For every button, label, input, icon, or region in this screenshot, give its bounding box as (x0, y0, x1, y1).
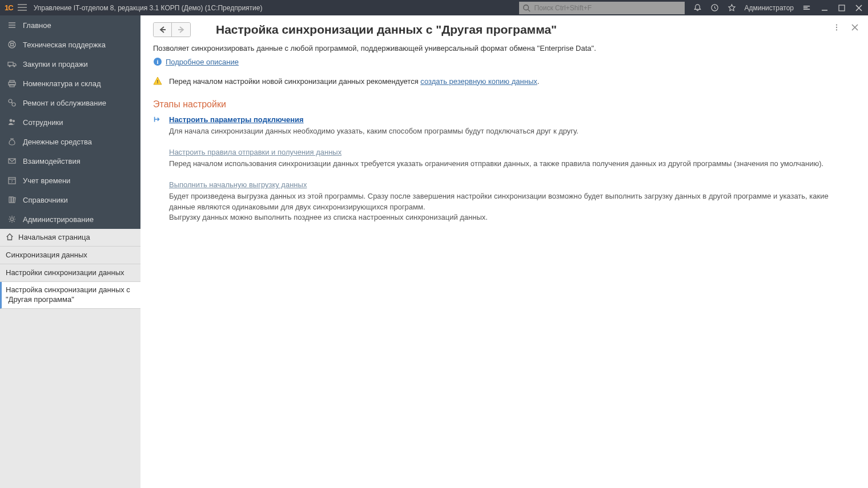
svg-text:!: ! (157, 79, 159, 84)
moneybag-icon (7, 136, 17, 147)
nav-employees[interactable]: Сотрудники (0, 112, 140, 132)
nav-label: Техническая поддержка (23, 41, 106, 49)
svg-point-27 (836, 29, 837, 30)
users-icon (7, 117, 17, 127)
warning-text: Перед началом настройки новой синхрониза… (169, 77, 539, 86)
nav-inventory[interactable]: Номенклатура и склад (0, 74, 140, 93)
step1-desc: Для начала синхронизации данных необходи… (169, 126, 855, 136)
search-input-wrapper[interactable] (519, 2, 685, 14)
info-icon: i (153, 57, 162, 66)
nav-admin[interactable]: Администрирование (0, 209, 140, 229)
nav-label: Справочники (23, 196, 68, 204)
nav-support[interactable]: Техническая поддержка (0, 35, 140, 54)
subnav-label: Настройка синхронизации данных с "Другая… (6, 285, 135, 305)
step1-link[interactable]: Настроить параметры подключения (169, 115, 304, 124)
warning-icon: ! (153, 76, 162, 86)
history-icon[interactable] (710, 3, 719, 13)
section-title: Этапы настройки (153, 99, 855, 110)
nav-label: Сотрудники (23, 118, 63, 127)
sidebar: Главное Техническая поддержка Закупки и … (0, 15, 140, 488)
nav-repair[interactable]: Ремонт и обслуживание (0, 93, 140, 112)
svg-text:7: 7 (11, 180, 13, 183)
nav-references[interactable]: Справочники (0, 190, 140, 209)
subnav-sync-other[interactable]: Настройка синхронизации данных с "Другая… (0, 282, 140, 309)
svg-point-6 (11, 43, 14, 46)
calendar-icon: 7 (7, 175, 17, 185)
nav-label: Денежные средства (23, 138, 92, 146)
app-title: Управление IT-отделом 8, редакция 3.1 КО… (34, 4, 263, 12)
main-content: Настройка синхронизации данных с "Другая… (140, 15, 868, 488)
gear-icon (7, 214, 17, 224)
subnav-label: Синхронизация данных (6, 251, 87, 260)
svg-line-1 (528, 9, 531, 11)
subnav-label: Начальная страница (18, 233, 90, 243)
logo-1c: 1C (5, 3, 13, 12)
close-panel-button[interactable] (850, 22, 860, 33)
forward-button[interactable] (172, 23, 190, 37)
home-icon (6, 233, 15, 242)
subnav-sync[interactable]: Синхронизация данных (0, 247, 140, 264)
maximize-button[interactable] (837, 3, 846, 13)
svg-point-25 (836, 24, 837, 25)
nav-label: Закупки и продажи (23, 60, 88, 68)
svg-point-15 (10, 119, 13, 122)
backup-link[interactable]: создать резервную копию данных (420, 77, 537, 86)
svg-point-8 (9, 66, 11, 67)
minimize-button[interactable] (820, 3, 829, 13)
nav-label: Взаимодействия (23, 157, 81, 166)
svg-point-5 (9, 41, 15, 48)
svg-rect-23 (13, 197, 15, 203)
hamburger-nav-icon (7, 20, 17, 30)
wrench-icon (7, 98, 17, 108)
details-link[interactable]: Подробное описание (166, 58, 239, 66)
svg-point-16 (13, 120, 15, 122)
nav-label: Учет времени (23, 176, 70, 185)
envelope-icon (7, 156, 17, 166)
nav-label: Администрирование (23, 215, 94, 224)
nav-purchase[interactable]: Закупки и продажи (0, 54, 140, 74)
svg-point-24 (11, 218, 14, 221)
lifebuoy-icon (7, 39, 17, 50)
star-icon[interactable] (727, 3, 736, 13)
titlebar: 1C Управление IT-отделом 8, редакция 3.1… (0, 0, 868, 15)
books-icon (7, 195, 17, 205)
kebab-menu-icon[interactable] (831, 22, 842, 33)
svg-text:i: i (156, 58, 158, 65)
back-button[interactable] (154, 23, 172, 37)
svg-rect-7 (8, 62, 13, 66)
search-icon (523, 4, 531, 12)
printer-icon (7, 78, 17, 88)
svg-rect-4 (839, 5, 845, 11)
step2-desc: Перед началом использования синхронизаци… (169, 159, 855, 169)
subnav-label: Настройки синхронизации данных (6, 268, 124, 278)
nav-time[interactable]: 7 Учет времени (0, 171, 140, 190)
subnav-sync-settings[interactable]: Настройки синхронизации данных (0, 264, 140, 282)
panel-toggle-icon[interactable] (802, 3, 811, 13)
intro-text: Позволяет синхронизировать данные с любо… (153, 44, 855, 53)
bell-icon[interactable] (693, 3, 702, 13)
close-window-button[interactable] (854, 3, 863, 13)
step-marker-icon (153, 115, 169, 144)
svg-rect-22 (11, 197, 13, 203)
svg-rect-21 (9, 197, 11, 203)
nav-label: Главное (23, 21, 51, 30)
nav-label: Номенклатура и склад (23, 79, 101, 88)
truck-icon (7, 59, 17, 69)
hamburger-icon[interactable] (18, 4, 27, 12)
nav-label: Ремонт и обслуживание (23, 99, 106, 107)
svg-rect-11 (10, 80, 14, 82)
search-input[interactable] (534, 4, 681, 12)
step2-link[interactable]: Настроить правила отправки и получения д… (169, 148, 341, 156)
svg-point-9 (14, 66, 15, 67)
step3-link[interactable]: Выполнить начальную выгрузку данных (169, 180, 307, 189)
svg-point-0 (524, 5, 529, 10)
svg-point-26 (836, 27, 837, 28)
nav-money[interactable]: Денежные средства (0, 132, 140, 151)
nav-interactions[interactable]: Взаимодействия (0, 151, 140, 171)
subnav-home[interactable]: Начальная страница (0, 229, 140, 247)
nav-buttons (153, 22, 191, 37)
user-menu[interactable]: Администратор (744, 4, 794, 12)
step3-desc: Будет произведена выгрузка данных из это… (169, 191, 855, 223)
page-title: Настройка синхронизации данных с "Другая… (216, 23, 557, 37)
nav-main[interactable]: Главное (0, 15, 140, 35)
